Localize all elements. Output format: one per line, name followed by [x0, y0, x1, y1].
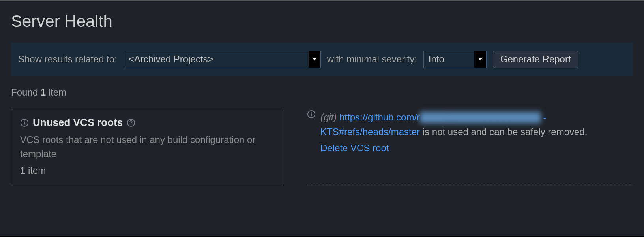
project-scope-value: <Archived Projects>: [124, 54, 309, 65]
info-icon: [307, 110, 316, 118]
results-count: Found 1 item: [11, 87, 633, 98]
results-prefix: Found: [11, 87, 41, 98]
url-prefix: https://github.com/r: [339, 112, 420, 122]
card-description: VCS roots that are not used in any build…: [20, 133, 274, 161]
project-scope-select[interactable]: <Archived Projects>: [124, 51, 321, 68]
health-item-detail: (git) https://github.com/r██████████████…: [307, 109, 633, 185]
severity-select[interactable]: Info: [423, 51, 487, 68]
chevron-down-icon: [309, 51, 320, 68]
chevron-down-icon: [474, 51, 486, 68]
detail-message: is not used and can be safely removed.: [420, 126, 587, 137]
filter-severity-label: with minimal severity:: [327, 54, 417, 65]
svg-point-7: [311, 112, 312, 113]
filter-results-label: Show results related to:: [18, 54, 117, 65]
page-title: Server Health: [11, 12, 633, 31]
info-icon: [20, 118, 29, 127]
card-title: Unused VCS roots: [33, 117, 123, 129]
results-number: 1: [41, 87, 46, 98]
svg-point-2: [24, 120, 25, 121]
help-icon[interactable]: [127, 118, 135, 127]
severity-value: Info: [424, 54, 474, 65]
filter-bar: Show results related to: <Archived Proje…: [11, 43, 633, 76]
vcs-type-label: (git): [320, 112, 337, 122]
generate-report-button[interactable]: Generate Report: [493, 51, 578, 68]
health-item-card[interactable]: Unused VCS roots VCS roots that are not …: [11, 109, 283, 185]
url-sep: -: [541, 112, 547, 122]
card-item-count: 1 item: [20, 165, 274, 176]
url-redacted: ██████████████████: [420, 112, 541, 122]
svg-point-4: [131, 124, 131, 125]
results-suffix: item: [46, 87, 66, 98]
delete-vcs-root-link[interactable]: Delete VCS root: [320, 141, 389, 155]
url-ref: KTS#refs/heads/master: [320, 126, 420, 137]
